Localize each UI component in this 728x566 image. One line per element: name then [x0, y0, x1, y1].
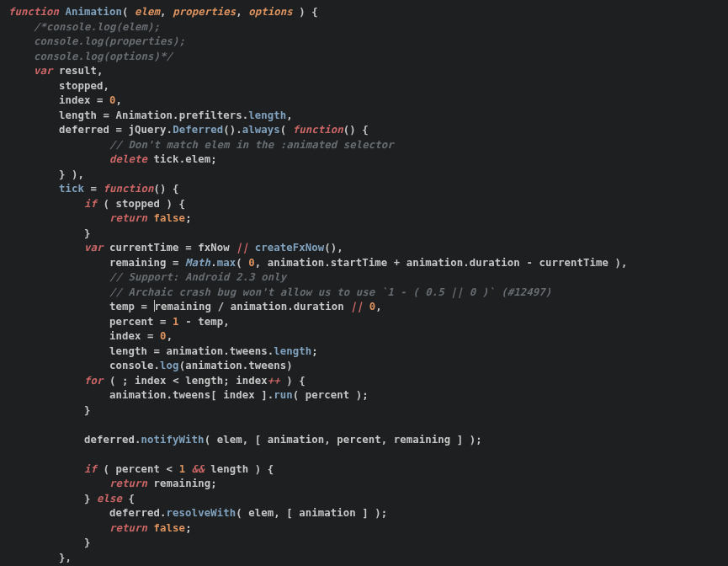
- code-token: [147, 522, 154, 534]
- code-token: ,: [324, 434, 337, 446]
- code-line: deferred.resolveWith( elem, [ animation …: [8, 507, 387, 519]
- code-token: remaining: [155, 301, 212, 312]
- code-token: ().: [223, 124, 242, 136]
- code-token: animation: [268, 434, 325, 446]
- code-editor-view[interactable]: function Animation( elem, properties, op…: [0, 0, 728, 566]
- code-token: [185, 463, 192, 475]
- code-token: tweens: [230, 345, 268, 357]
- code-token: animation: [167, 345, 224, 357]
- code-token: animation: [185, 360, 242, 371]
- code-token: =: [154, 316, 173, 328]
- code-token: percent: [306, 389, 350, 401]
- code-token: 1: [173, 316, 179, 328]
- code-token: ,: [97, 65, 104, 77]
- code-token: (: [205, 434, 217, 446]
- code-line: console.log(properties);: [8, 35, 185, 47]
- code-token: delete: [109, 153, 147, 165]
- code-token: animation: [299, 507, 356, 519]
- code-token: Math: [185, 257, 210, 269]
- code-line: } else {: [8, 493, 135, 505]
- code-token: ].: [255, 389, 274, 401]
- code-token: Deferred: [173, 124, 223, 136]
- code-line: console.log(options)*/: [8, 51, 173, 62]
- code-token: .: [167, 124, 173, 136]
- code-token: +: [387, 257, 407, 269]
- code-line: length = Animation.prefilters.length,: [8, 109, 293, 121]
- code-line: tick = function() {: [8, 183, 179, 195]
- code-token: length: [248, 109, 286, 121]
- code-token: temp: [109, 301, 135, 312]
- code-token: return: [109, 522, 147, 534]
- code-token: false: [154, 212, 186, 224]
- code-token: -: [520, 257, 539, 269]
- code-token: =: [167, 257, 186, 269]
- code-token: fxNow: [198, 242, 230, 254]
- code-token: notifyWith: [141, 434, 205, 446]
- code-token: console: [109, 360, 154, 371]
- code-token: elem: [217, 434, 242, 446]
- code-token: .: [179, 153, 186, 165]
- code-token: stopped: [116, 198, 161, 210]
- code-token: /: [211, 301, 231, 312]
- code-line: percent = 1 - temp,: [8, 316, 230, 328]
- code-token: (: [236, 257, 248, 269]
- code-token: ] );: [450, 434, 482, 446]
- code-token: console.log(options)*/: [34, 51, 173, 62]
- code-token: deferred: [109, 507, 160, 519]
- code-token: ) {: [160, 198, 185, 210]
- code-line: }: [8, 227, 91, 239]
- code-token: duration: [470, 257, 520, 269]
- code-token: =: [97, 109, 116, 121]
- code-token: currentTime: [539, 257, 608, 269]
- code-line: /*console.log(elem);: [8, 21, 160, 33]
- code-token: options: [248, 6, 293, 18]
- code-token: (: [293, 389, 306, 401]
- code-line: deferred.notifyWith( elem, [ animation, …: [8, 434, 482, 446]
- code-token: },: [59, 552, 72, 563]
- code-token: (: [97, 198, 116, 210]
- code-token: Animation: [66, 6, 123, 18]
- code-line: } ),: [8, 168, 84, 180]
- code-token: remaining: [394, 434, 451, 446]
- code-line: remaining = Math.max( 0, animation.start…: [8, 257, 627, 269]
- code-line: return false;: [8, 522, 192, 534]
- code-token: =: [109, 124, 129, 136]
- code-token: [53, 65, 60, 77]
- code-token: ) {: [280, 375, 306, 387]
- code-token: tick: [154, 153, 179, 165]
- code-token: {: [122, 493, 135, 505]
- code-line: temp = remaining / animation.duration ||…: [8, 301, 382, 312]
- code-token: [104, 242, 110, 254]
- code-token: } ),: [59, 168, 84, 180]
- code-token: ||: [236, 242, 248, 254]
- code-token: ) {: [293, 6, 318, 18]
- code-token: }: [84, 227, 91, 239]
- code-token: =: [147, 345, 167, 357]
- code-line: if ( percent < 1 && length ) {: [8, 463, 274, 475]
- code-token: remaining: [154, 478, 211, 489]
- code-token: percent: [116, 463, 161, 475]
- code-token: , [: [274, 507, 299, 519]
- code-token: ( ;: [104, 375, 136, 387]
- code-token: percent: [109, 316, 154, 328]
- code-token: 0: [109, 94, 116, 106]
- code-token: animation: [109, 389, 167, 401]
- code-line: // Support: Android 2.3 only: [8, 271, 286, 283]
- code-line: var result,: [8, 65, 104, 77]
- code-token: return: [109, 478, 147, 489]
- code-token: // Archaic crash bug won't allow us to u…: [109, 286, 551, 298]
- code-token: .: [173, 109, 179, 121]
- code-token: /*console.log(elem);: [34, 21, 160, 33]
- code-token: <: [160, 463, 179, 475]
- code-token: ),: [608, 257, 628, 269]
- code-token: length: [185, 375, 223, 387]
- code-token: log: [160, 360, 179, 371]
- code-token: .: [223, 345, 230, 357]
- code-token: [147, 212, 154, 224]
- code-token: [147, 153, 154, 165]
- code-token: resolveWith: [167, 507, 236, 519]
- code-token: =: [179, 242, 199, 254]
- code-token: elem: [185, 153, 210, 165]
- code-token: ): [286, 360, 293, 371]
- code-token: (: [280, 124, 293, 136]
